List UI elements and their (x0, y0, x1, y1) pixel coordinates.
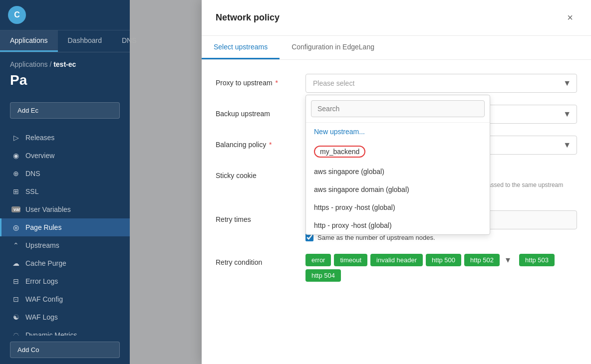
sidebar-item-error-logs[interactable]: ⊟ Error Logs (0, 272, 130, 290)
proxy-select[interactable]: Please select (305, 74, 577, 93)
sidebar-item-waf-logs[interactable]: ☯ WAF Logs (0, 308, 130, 326)
add-config-button[interactable]: Add Co (10, 342, 120, 358)
ssl-icon: ⊞ (11, 187, 20, 195)
sidebar-item-label: WAF Logs (25, 313, 58, 321)
sidebar-item-label: Dynamic Metrics (25, 331, 77, 336)
sidebar-item-upstreams[interactable]: ⌃ Upstreams (0, 236, 130, 254)
waf-config-icon: ⊡ (11, 295, 20, 303)
cache-purge-icon: ☁ (11, 259, 20, 267)
page-title: Pa (0, 70, 130, 96)
retry-condition-tags: error timeout invalid header http 500 ht… (305, 253, 577, 282)
network-policy-modal: Network policy × Select upstreams Config… (202, 0, 591, 364)
tab-applications[interactable]: Applications (0, 30, 58, 52)
retry-condition-label: Retry condition (216, 253, 305, 266)
page-rules-icon: ◎ (11, 223, 20, 231)
upstreams-icon: ⌃ (11, 241, 20, 249)
sidebar-item-label: Overview (25, 152, 54, 160)
sticky-label: Sticky cookie (216, 167, 305, 180)
tag-http500[interactable]: http 500 (426, 254, 461, 266)
sidebar-logo: C (0, 0, 130, 30)
balancing-label: Balancing policy * (216, 136, 305, 149)
releases-icon: ▷ (11, 134, 20, 142)
add-ec-button[interactable]: Add Ec (10, 102, 120, 119)
tag-error[interactable]: error (305, 254, 331, 266)
tag-invalid-header[interactable]: invalid header (370, 254, 423, 266)
sidebar-item-label: Error Logs (25, 277, 58, 285)
sidebar-item-label: WAF Config (25, 295, 63, 303)
sidebar-item-label: DNS (25, 170, 40, 178)
sidebar-item-dns[interactable]: ⊕ DNS (0, 165, 130, 182)
logo-icon: C (8, 6, 26, 24)
tab-dashboard[interactable]: Dashboard (58, 30, 112, 52)
sidebar-item-label: Upstreams (25, 241, 59, 249)
overview-icon: ◉ (11, 152, 20, 160)
backup-label: Backup upstream (216, 105, 305, 118)
sidebar: C Applications Dashboard DNS Application… (0, 0, 130, 364)
sidebar-item-releases[interactable]: ▷ Releases (0, 129, 130, 147)
proxy-control: Please select ▼ New upstream... my_backe… (305, 74, 577, 93)
sidebar-item-dynamic-metrics[interactable]: ◌ Dynamic Metrics (0, 326, 130, 336)
sidebar-item-label: Page Rules (25, 223, 61, 231)
sidebar-item-page-rules[interactable]: ◎ Page Rules (0, 218, 130, 236)
breadcrumb: Applications / test-ec (0, 52, 130, 70)
dropdown-item-aws-singapore[interactable]: aws singapore (global) (306, 163, 490, 181)
error-logs-icon: ⊟ (11, 277, 20, 285)
sidebar-item-label: Cache Purge (25, 259, 66, 267)
tab-select-upstreams[interactable]: Select upstreams (202, 36, 280, 59)
modal-body: Proxy to upstream * Please select ▼ New … (202, 60, 591, 364)
dropdown-item-aws-singapore-domain[interactable]: aws singapore domain (global) (306, 181, 490, 198)
sidebar-menu: ▷ Releases ◉ Overview ⊕ DNS ⊞ SSL var Us… (0, 125, 130, 336)
dropdown-item-new-upstream[interactable]: New upstream... (306, 123, 490, 141)
dynamic-metrics-icon: ◌ (11, 331, 20, 336)
top-tabs: Applications Dashboard DNS (0, 30, 130, 52)
dropdown-item-https-proxy[interactable]: https - proxy -host (global) (306, 198, 490, 216)
modal-tabs: Select upstreams Configuration in EdgeLa… (202, 36, 591, 60)
sidebar-item-label: Releases (25, 134, 54, 142)
retry-condition-control: error timeout invalid header http 500 ht… (305, 253, 577, 282)
retry-times-label: Retry times (216, 210, 305, 223)
sidebar-item-label: SSL (25, 187, 38, 195)
sidebar-item-ssl[interactable]: ⊞ SSL (0, 182, 130, 200)
sidebar-item-overview[interactable]: ◉ Overview (0, 147, 130, 165)
dropdown-item-http-proxy[interactable]: http - proxy -host (global) (306, 216, 490, 234)
sidebar-item-cache-purge[interactable]: ☁ Cache Purge (0, 254, 130, 272)
tags-expand-button[interactable]: ▾ (503, 253, 513, 266)
dns-icon: ⊕ (11, 170, 20, 178)
dropdown-item-my-backend[interactable]: my_backend (306, 141, 490, 163)
highlight-circle: my_backend (314, 146, 365, 158)
var-icon: var (11, 206, 20, 212)
retry-condition-row: Retry condition error timeout invalid he… (216, 253, 577, 282)
tag-http504[interactable]: http 504 (305, 269, 341, 282)
modal-header: Network policy × (202, 0, 591, 36)
modal-title: Network policy (216, 12, 280, 23)
close-button[interactable]: × (563, 10, 577, 25)
dropdown-search-wrap (306, 95, 490, 123)
sidebar-item-waf-config[interactable]: ⊡ WAF Config (0, 290, 130, 308)
proxy-upstream-row: Proxy to upstream * Please select ▼ New … (216, 74, 577, 93)
sidebar-item-label: User Variables (25, 205, 71, 213)
main-content: Network policy × Select upstreams Config… (130, 0, 591, 364)
sidebar-item-user-variables[interactable]: var User Variables (0, 200, 130, 218)
tag-http503[interactable]: http 503 (519, 254, 555, 266)
proxy-label: Proxy to upstream * (216, 74, 305, 87)
proxy-dropdown[interactable]: New upstream... my_backend aws singapore… (305, 95, 490, 235)
waf-logs-icon: ☯ (11, 313, 20, 321)
dropdown-search-input[interactable] (311, 100, 485, 117)
tab-configuration[interactable]: Configuration in EdgeLang (280, 36, 386, 59)
tag-http502[interactable]: http 502 (464, 254, 500, 266)
tag-timeout[interactable]: timeout (334, 254, 367, 266)
